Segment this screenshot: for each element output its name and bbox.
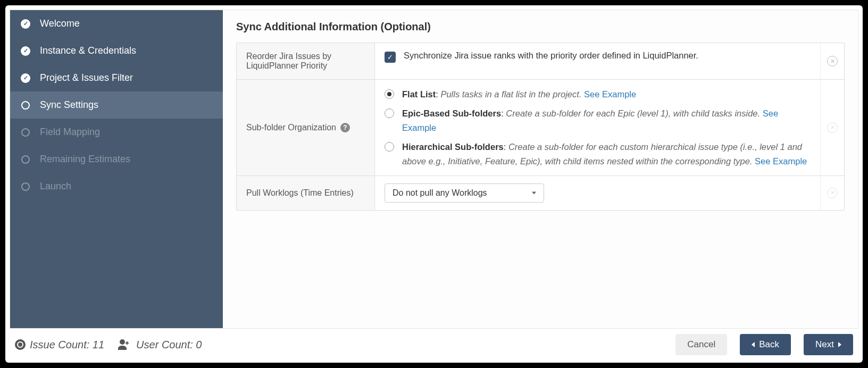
row-pull-worklogs: Pull Worklogs (Time Entries) Do not pull… (237, 176, 844, 210)
caret-left-icon (752, 342, 755, 347)
footer-stats: Issue Count: 11 User Count: 0 (15, 339, 202, 351)
circle-icon (21, 101, 30, 110)
cancel-button[interactable]: Cancel (675, 334, 727, 355)
sidebar-item-label: Sync Settings (40, 99, 98, 111)
page-title: Sync Additional Information (Optional) (236, 21, 845, 33)
help-icon[interactable]: ? (340, 123, 350, 132)
option-desc: Create a sub-folder for each Epic (level… (506, 108, 760, 118)
row-clear-cell: ✕ (820, 176, 844, 210)
reorder-checkbox[interactable]: ✓ (385, 52, 396, 63)
check-circle-icon: ✓ (21, 19, 30, 29)
content-panel: Sync Additional Information (Optional) R… (223, 10, 858, 328)
sidebar-item-label: Field Mapping (40, 127, 100, 138)
sidebar-item-instance-credentials[interactable]: ✓ Instance & Credentials (10, 37, 223, 64)
radio-icon (385, 89, 394, 99)
row-subfolder-organization: Sub-folder Organization ? Flat List: Pul… (237, 80, 844, 176)
settings-table: Reorder Jira Issues by LiquidPlanner Pri… (236, 43, 845, 211)
see-example-link[interactable]: See Example (755, 156, 807, 166)
sidebar-item-project-issues-filter[interactable]: ✓ Project & Issues Filter (10, 64, 223, 91)
radio-icon (385, 108, 394, 118)
clear-icon: ✕ (827, 122, 838, 133)
row-label: Reorder Jira Issues by LiquidPlanner Pri… (237, 43, 375, 79)
bullseye-icon (15, 339, 26, 350)
option-title: Flat List (402, 89, 436, 99)
clear-icon[interactable]: ✕ (827, 56, 838, 66)
radio-icon (385, 142, 394, 152)
row-reorder-priority: Reorder Jira Issues by LiquidPlanner Pri… (237, 43, 844, 80)
option-desc: Pulls tasks in a flat list in the projec… (440, 89, 581, 99)
check-circle-icon: ✓ (21, 73, 30, 83)
main-area: ✓ Welcome ✓ Instance & Credentials ✓ Pro… (10, 10, 858, 329)
clear-icon: ✕ (827, 188, 838, 198)
option-title: Hierarchical Sub-folders (402, 142, 504, 152)
sidebar-item-label: Instance & Credentials (40, 45, 136, 56)
circle-icon (21, 128, 30, 137)
issue-count: Issue Count: 11 (15, 339, 104, 351)
user-count: User Count: 0 (118, 339, 202, 351)
sidebar-item-label: Launch (40, 181, 71, 192)
back-button[interactable]: Back (740, 334, 791, 355)
row-value: Do not pull any Worklogs (375, 176, 820, 210)
option-title: Epic-Based Sub-folders (402, 108, 501, 118)
user-plus-icon (118, 339, 132, 350)
wizard-window: ✓ Welcome ✓ Instance & Credentials ✓ Pro… (5, 5, 863, 363)
reorder-description: Synchronize Jira issue ranks with the pr… (404, 51, 698, 61)
sidebar-item-remaining-estimates: Remaining Estimates (10, 146, 223, 173)
sidebar: ✓ Welcome ✓ Instance & Credentials ✓ Pro… (10, 10, 223, 328)
sidebar-item-welcome[interactable]: ✓ Welcome (10, 10, 223, 37)
radio-option-epic-based[interactable]: Epic-Based Sub-folders: Create a sub-fol… (385, 106, 811, 135)
next-button[interactable]: Next (804, 334, 853, 355)
radio-option-hierarchical[interactable]: Hierarchical Sub-folders: Create a sub-f… (385, 140, 811, 168)
row-clear-cell: ✕ (820, 80, 844, 175)
sidebar-item-label: Project & Issues Filter (40, 72, 133, 83)
worklogs-select[interactable]: Do not pull any Worklogs (385, 183, 544, 203)
subfolder-radio-group: Flat List: Pulls tasks in a flat list in… (385, 87, 811, 168)
footer: Issue Count: 11 User Count: 0 Cancel Bac… (5, 329, 863, 363)
circle-icon (21, 182, 30, 191)
row-value: Flat List: Pulls tasks in a flat list in… (375, 80, 820, 175)
sidebar-item-launch: Launch (10, 173, 223, 200)
sidebar-item-field-mapping: Field Mapping (10, 119, 223, 146)
sidebar-item-label: Remaining Estimates (40, 154, 130, 165)
radio-option-flat-list[interactable]: Flat List: Pulls tasks in a flat list in… (385, 87, 811, 101)
circle-icon (21, 155, 30, 164)
row-label: Sub-folder Organization ? (237, 80, 375, 175)
row-clear-cell: ✕ (820, 43, 844, 79)
sidebar-item-sync-settings[interactable]: Sync Settings (10, 91, 223, 119)
see-example-link[interactable]: See Example (584, 89, 636, 99)
sidebar-item-label: Welcome (40, 18, 80, 29)
row-label: Pull Worklogs (Time Entries) (237, 176, 375, 210)
caret-right-icon (838, 342, 841, 347)
check-circle-icon: ✓ (21, 46, 30, 56)
row-value: ✓ Synchronize Jira issue ranks with the … (375, 43, 820, 79)
